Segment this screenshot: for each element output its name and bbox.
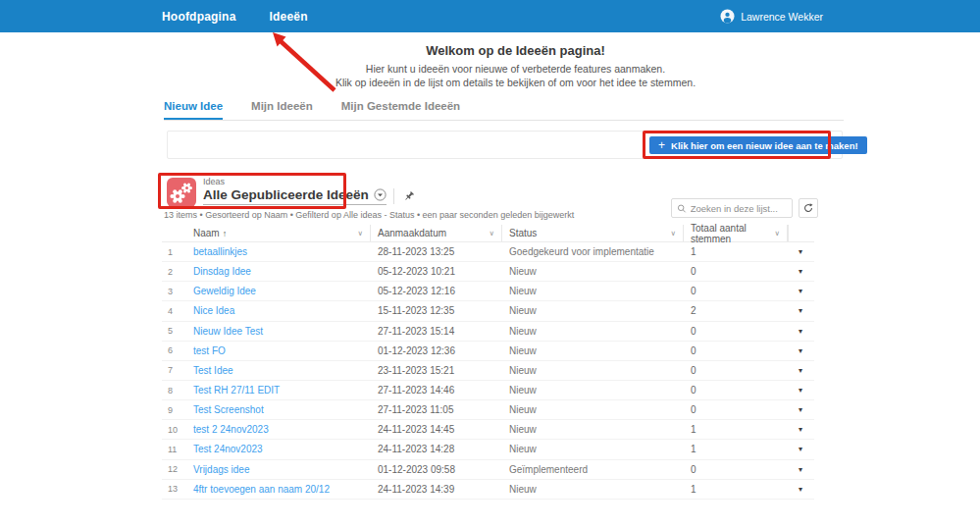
idea-created-date: 05-12-2023 10:21 [371, 266, 502, 277]
table-row[interactable]: 2Dinsdag Idee05-12-2023 10:21Nieuw0▾ [162, 262, 814, 282]
idea-status: Nieuw [502, 286, 684, 296]
idea-name-link[interactable]: Test Screenshot [193, 404, 264, 415]
idea-name-link[interactable]: Geweldig Idee [193, 286, 256, 296]
column-label: Totaal aantal stemmen [691, 223, 775, 244]
row-menu-chevron[interactable]: ▾ [788, 445, 814, 453]
table-row[interactable]: 6test FO01-12-2023 12:36Nieuw0▾ [162, 342, 814, 361]
column-header-row-menu [788, 225, 814, 241]
nav-item-ideeen[interactable]: Ideeën [270, 10, 308, 24]
idea-name-link[interactable]: Nice Idea [193, 305, 234, 316]
tab-mijn-ideeen[interactable]: Mijn Ideeën [251, 100, 313, 120]
user-avatar-icon [720, 9, 735, 24]
row-number: 13 [162, 484, 186, 494]
idea-created-date: 24-11-2023 14:39 [371, 484, 502, 495]
refresh-icon [802, 202, 814, 214]
welcome-section: Welkom op de Ideeën pagina! Hier kunt u … [51, 43, 980, 89]
row-menu-chevron[interactable]: ▾ [788, 465, 814, 474]
idea-name-link[interactable]: Vrijdags idee [193, 464, 249, 475]
table-row[interactable]: 9Test Screenshot27-11-2023 11:05Nieuw0▾ [162, 400, 814, 420]
column-header-aanmaakdatum[interactable]: Aanmaakdatum ∨ [371, 225, 502, 241]
user-name: Lawrence Wekker [741, 11, 823, 23]
row-menu-chevron[interactable]: ▾ [788, 366, 814, 375]
table-row[interactable]: 7Test Idee23-11-2023 15:21Nieuw0▾ [162, 361, 814, 381]
idea-name-link[interactable]: Test Idee [193, 365, 233, 376]
idea-created-date: 01-12-2023 12:36 [371, 345, 502, 356]
user-menu[interactable]: Lawrence Wekker [720, 0, 823, 32]
pin-view-button[interactable] [393, 188, 416, 204]
idea-name-link[interactable]: Nieuw Idee Test [193, 326, 263, 337]
create-idea-button-label: Klik hier om een nieuw idee aan te maken… [671, 140, 858, 151]
idea-status: Nieuw [502, 444, 684, 454]
idea-created-date: 27-11-2023 14:46 [371, 385, 502, 396]
idea-name-link[interactable]: Test RH 27/11 EDIT [193, 385, 280, 396]
row-menu-chevron[interactable]: ▾ [788, 346, 814, 355]
column-label: Aanmaakdatum [378, 228, 446, 238]
idea-name-link[interactable]: Test 24nov2023 [193, 444, 263, 454]
row-menu-chevron[interactable]: ▾ [788, 485, 814, 494]
idea-created-date: 05-12-2023 12:16 [371, 286, 502, 296]
row-menu-chevron[interactable]: ▾ [788, 386, 814, 395]
idea-vote-count: 1 [684, 484, 788, 495]
welcome-line-2: Klik op ideeën in de lijst om details te… [51, 76, 980, 89]
create-idea-button[interactable]: + Klik hier om een nieuw idee aan te mak… [649, 136, 867, 154]
table-row[interactable]: 3Geweldig Idee05-12-2023 12:16Nieuw0▾ [162, 282, 814, 301]
idea-name-link[interactable]: betaallinkjes [193, 246, 247, 257]
chevron-down-circle-icon [374, 188, 387, 201]
row-menu-chevron[interactable]: ▾ [788, 287, 814, 295]
ideas-table: Naam↑ ∨ Aanmaakdatum ∨ Status ∨ Totaal a… [162, 225, 814, 500]
idea-name-link[interactable]: Dinsdag Idee [193, 266, 251, 277]
column-label: Status [509, 228, 537, 238]
tab-nieuw-idee[interactable]: Nieuw Idee [164, 100, 223, 120]
row-menu-chevron[interactable]: ▾ [788, 405, 814, 414]
row-menu-chevron[interactable]: ▾ [788, 306, 814, 315]
idea-status: Nieuw [502, 484, 684, 495]
row-menu-chevron[interactable]: ▾ [788, 425, 814, 434]
row-number: 2 [162, 267, 186, 277]
column-chevron-icon: ∨ [358, 229, 364, 238]
idea-vote-count: 0 [684, 345, 788, 356]
search-input[interactable] [691, 203, 787, 214]
tab-mijn-gestemde-ideeen[interactable]: Mijn Gestemde Ideeën [341, 100, 460, 120]
refresh-button[interactable] [799, 198, 818, 218]
table-row[interactable]: 12Vrijdags idee01-12-2023 09:58Geïmpleme… [162, 460, 814, 480]
table-row[interactable]: 8Test RH 27/11 EDIT27-11-2023 14:46Nieuw… [162, 381, 814, 400]
table-header-row: Naam↑ ∨ Aanmaakdatum ∨ Status ∨ Totaal a… [162, 225, 814, 242]
table-row[interactable]: 1betaallinkjes28-11-2023 13:25Goedgekeur… [162, 242, 814, 262]
idea-name-link[interactable]: 4ftr toevoegen aan naam 20/12 [193, 484, 330, 495]
table-row[interactable]: 11Test 24nov202324-11-2023 14:28Nieuw1▾ [162, 440, 814, 459]
column-header-status[interactable]: Status ∨ [502, 225, 684, 241]
idea-vote-count: 0 [684, 385, 788, 396]
column-chevron-icon: ∨ [490, 229, 495, 238]
ideas-list-icon [167, 178, 196, 207]
list-meta-text: 13 items • Gesorteerd op Naam • Gefilter… [164, 210, 574, 220]
row-number: 12 [162, 464, 186, 474]
table-row[interactable]: 134ftr toevoegen aan naam 20/1224-11-202… [162, 480, 814, 500]
nav-item-hoofdpagina[interactable]: Hoofdpagina [162, 10, 236, 24]
table-row[interactable]: 4Nice Idea15-11-2023 12:35Nieuw2▾ [162, 301, 814, 321]
idea-name-link[interactable]: test 2 24nov2023 [193, 424, 269, 435]
idea-created-date: 28-11-2023 13:25 [371, 246, 502, 257]
row-menu-chevron[interactable]: ▾ [788, 267, 814, 276]
idea-vote-count: 0 [684, 266, 788, 277]
row-menu-chevron[interactable]: ▾ [788, 247, 814, 256]
view-selector-dropdown[interactable]: Alle Gepubliceerde Ideeën [203, 187, 387, 205]
idea-vote-count: 0 [684, 326, 788, 337]
table-row[interactable]: 10test 2 24nov202324-11-2023 14:45Nieuw1… [162, 420, 814, 440]
idea-status: Nieuw [502, 385, 684, 396]
idea-vote-count: 0 [684, 286, 788, 296]
idea-name-link[interactable]: test FO [193, 345, 226, 356]
tab-bar: Nieuw Idee Mijn Ideeën Mijn Gestemde Ide… [164, 100, 844, 121]
column-header-naam[interactable]: Naam↑ ∨ [186, 225, 371, 241]
row-menu-chevron[interactable]: ▾ [788, 327, 814, 336]
column-header-number [162, 225, 186, 241]
row-number: 6 [162, 345, 186, 355]
row-number: 5 [162, 326, 186, 336]
row-number: 7 [162, 365, 186, 375]
table-row[interactable]: 5Nieuw Idee Test27-11-2023 15:14Nieuw0▾ [162, 322, 814, 342]
column-chevron-icon: ∨ [671, 229, 677, 238]
plus-icon: + [658, 139, 665, 151]
column-header-totaal-aantal-stemmen[interactable]: Totaal aantal stemmen ∨ [684, 225, 788, 241]
idea-created-date: 27-11-2023 15:14 [371, 326, 502, 337]
list-app-label: Ideas [203, 177, 416, 186]
idea-status: Nieuw [502, 345, 684, 356]
